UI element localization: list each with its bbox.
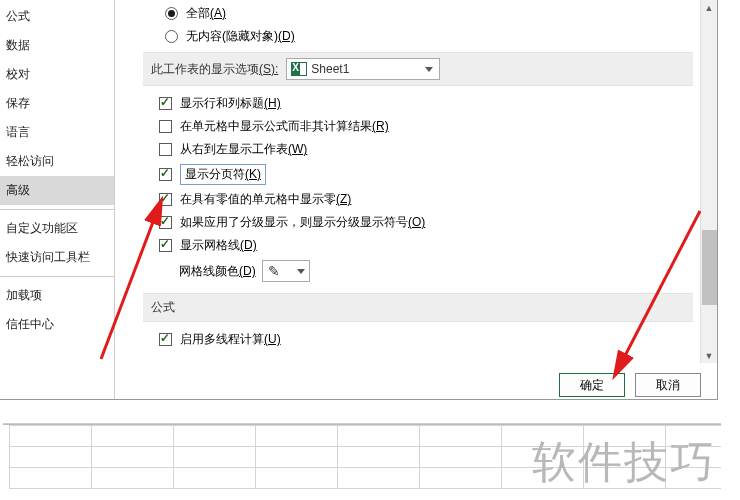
checkbox-icon xyxy=(159,97,172,110)
check-label: 在单元格中显示公式而非其计算结果(R) xyxy=(180,118,389,135)
check-rtl-sheet[interactable]: 从右到左显示工作表(W) xyxy=(115,138,699,161)
sidebar-label: 自定义功能区 xyxy=(6,221,78,235)
sidebar-item-advanced[interactable]: 高级 xyxy=(0,176,114,205)
section-title: 此工作表的显示选项(S): xyxy=(151,61,278,78)
section-formula: 公式 xyxy=(143,293,693,322)
sidebar-item-proofing[interactable]: 校对 xyxy=(0,60,114,89)
options-dialog: 公式 数据 校对 保存 语言 轻松访问 高级 自定义功能区 快速访问工具栏 加载… xyxy=(0,0,718,400)
check-show-formulas[interactable]: 在单元格中显示公式而非其计算结果(R) xyxy=(115,115,699,138)
ok-button[interactable]: 确定 xyxy=(559,373,625,397)
sidebar-label: 加载项 xyxy=(6,288,42,302)
sidebar-label: 保存 xyxy=(6,96,30,110)
main-panel: 全部(A) 无内容(隐藏对象)(D) 此工作表的显示选项(S): Sheet1 … xyxy=(115,0,717,399)
sidebar-item-addins[interactable]: 加载项 xyxy=(0,281,114,310)
scroll-thumb[interactable] xyxy=(702,230,717,305)
sidebar-item-customize-ribbon[interactable]: 自定义功能区 xyxy=(0,214,114,243)
sidebar-item-language[interactable]: 语言 xyxy=(0,118,114,147)
checkbox-icon xyxy=(159,239,172,252)
chevron-down-icon xyxy=(297,269,305,274)
vertical-scrollbar[interactable]: ▲ ▼ xyxy=(700,0,717,363)
paint-bucket-icon: ✎ xyxy=(263,263,285,279)
radio-icon xyxy=(165,7,178,20)
check-label: 显示网格线(D) xyxy=(180,237,257,254)
radio-icon xyxy=(165,30,178,43)
check-outline-symbols[interactable]: 如果应用了分级显示，则显示分级显示符号(O) xyxy=(115,211,699,234)
check-show-gridlines[interactable]: 显示网格线(D) xyxy=(115,234,699,257)
options-content: 全部(A) 无内容(隐藏对象)(D) 此工作表的显示选项(S): Sheet1 … xyxy=(115,2,717,393)
gridline-color-row: 网格线颜色(D) ✎ xyxy=(115,257,699,285)
worksheet-grid-background xyxy=(3,416,721,498)
excel-sheet-icon xyxy=(291,62,307,76)
check-page-breaks[interactable]: 显示分页符(K) xyxy=(115,161,699,188)
sidebar-label: 轻松访问 xyxy=(6,154,54,168)
section-sheet-display: 此工作表的显示选项(S): Sheet1 xyxy=(143,52,693,86)
checkbox-icon xyxy=(159,143,172,156)
sidebar-label: 高级 xyxy=(6,183,30,197)
sidebar-label: 语言 xyxy=(6,125,30,139)
checkbox-icon xyxy=(159,333,172,346)
sidebar-label: 信任中心 xyxy=(6,317,54,331)
gridline-color-label: 网格线颜色(D) xyxy=(179,263,256,280)
radio-label: 无内容(隐藏对象)(D) xyxy=(186,28,295,45)
check-row-col-headers[interactable]: 显示行和列标题(H) xyxy=(115,92,699,115)
sidebar-item-accessibility[interactable]: 轻松访问 xyxy=(0,147,114,176)
sheet-select[interactable]: Sheet1 xyxy=(286,58,440,80)
checkbox-icon xyxy=(159,193,172,206)
cancel-button[interactable]: 取消 xyxy=(635,373,701,397)
checkbox-icon xyxy=(159,216,172,229)
sidebar-separator xyxy=(0,276,114,277)
sidebar-item-trust-center[interactable]: 信任中心 xyxy=(0,310,114,339)
sidebar-label: 公式 xyxy=(6,9,30,23)
scroll-down-arrow-icon[interactable]: ▼ xyxy=(702,348,717,363)
sidebar-item-formulas[interactable]: 公式 xyxy=(0,2,114,31)
check-label: 在具有零值的单元格中显示零(Z) xyxy=(180,191,351,208)
sidebar-label: 校对 xyxy=(6,67,30,81)
radio-label: 全部(A) xyxy=(186,5,226,22)
radio-nothing[interactable]: 无内容(隐藏对象)(D) xyxy=(115,25,699,48)
check-label: 启用多线程计算(U) xyxy=(180,331,281,348)
sidebar-item-data[interactable]: 数据 xyxy=(0,31,114,60)
check-multithread[interactable]: 启用多线程计算(U) xyxy=(115,328,699,351)
check-show-zero[interactable]: 在具有零值的单元格中显示零(Z) xyxy=(115,188,699,211)
check-label: 显示行和列标题(H) xyxy=(180,95,281,112)
gridline-color-picker[interactable]: ✎ xyxy=(262,260,310,282)
radio-all[interactable]: 全部(A) xyxy=(115,2,699,25)
section-title: 公式 xyxy=(151,299,175,316)
scroll-up-arrow-icon[interactable]: ▲ xyxy=(702,0,717,15)
sidebar-separator xyxy=(0,209,114,210)
sidebar-item-qat[interactable]: 快速访问工具栏 xyxy=(0,243,114,272)
check-label-highlighted: 显示分页符(K) xyxy=(180,164,266,185)
sidebar: 公式 数据 校对 保存 语言 轻松访问 高级 自定义功能区 快速访问工具栏 加载… xyxy=(0,0,115,399)
check-label: 如果应用了分级显示，则显示分级显示符号(O) xyxy=(180,214,425,231)
dialog-button-bar: 确定 取消 xyxy=(547,367,713,391)
sheet-select-value: Sheet1 xyxy=(311,62,349,76)
sidebar-label: 快速访问工具栏 xyxy=(6,250,90,264)
check-label: 从右到左显示工作表(W) xyxy=(180,141,307,158)
checkbox-icon xyxy=(159,120,172,133)
chevron-down-icon xyxy=(425,67,433,72)
sidebar-item-save[interactable]: 保存 xyxy=(0,89,114,118)
sidebar-label: 数据 xyxy=(6,38,30,52)
checkbox-icon xyxy=(159,168,172,181)
